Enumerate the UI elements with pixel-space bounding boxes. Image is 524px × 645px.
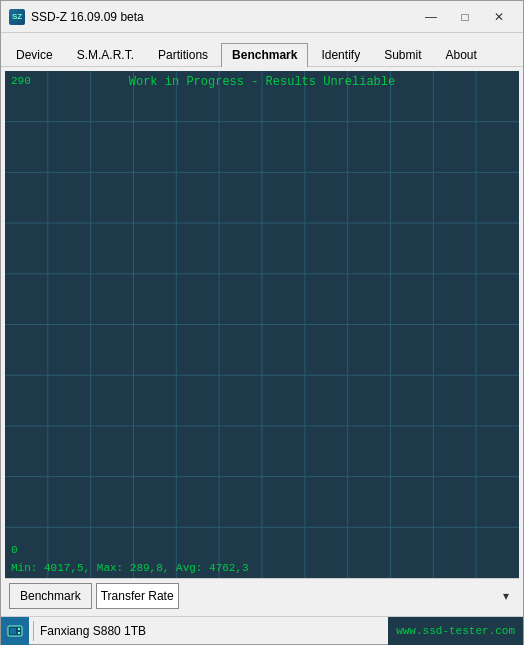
tab-benchmark[interactable]: Benchmark (221, 43, 308, 67)
chart-title: Work in Progress - Results Unreliable (5, 75, 519, 89)
svg-rect-22 (18, 628, 20, 630)
chart-y-min-label: 0 (11, 544, 18, 556)
metric-select[interactable]: Transfer Rate Access Time IOPS (96, 583, 179, 609)
drive-name: Fanxiang S880 1TB (38, 624, 388, 638)
status-app-icon (1, 617, 29, 645)
minimize-button[interactable]: — (415, 7, 447, 27)
ssd-icon (7, 623, 23, 639)
chart-area: 290 Work in Progress - Results Unreliabl… (5, 71, 519, 578)
chart-grid-svg (5, 71, 519, 578)
tab-submit[interactable]: Submit (373, 43, 432, 67)
svg-rect-21 (10, 628, 16, 634)
benchmark-button[interactable]: Benchmark (9, 583, 92, 609)
title-bar: SZ SSD-Z 16.09.09 beta — □ ✕ (1, 1, 523, 33)
app-window: SZ SSD-Z 16.09.09 beta — □ ✕ Device S.M.… (0, 0, 524, 645)
tab-device[interactable]: Device (5, 43, 64, 67)
bottom-controls: Benchmark Transfer Rate Access Time IOPS (5, 578, 519, 612)
window-controls: — □ ✕ (415, 7, 515, 27)
tab-bar: Device S.M.A.R.T. Partitions Benchmark I… (1, 33, 523, 67)
status-divider (33, 621, 34, 641)
svg-rect-23 (18, 632, 20, 634)
chart-stats: Min: 4017,5, Max: 289,8, Avg: 4762,3 (11, 562, 249, 574)
app-icon: SZ (9, 9, 25, 25)
window-title: SSD-Z 16.09.09 beta (31, 10, 415, 24)
tab-smart[interactable]: S.M.A.R.T. (66, 43, 145, 67)
metric-select-wrapper: Transfer Rate Access Time IOPS (96, 583, 515, 609)
website-label: www.ssd-tester.com (388, 617, 523, 645)
maximize-button[interactable]: □ (449, 7, 481, 27)
tab-about[interactable]: About (435, 43, 488, 67)
tab-identify[interactable]: Identify (310, 43, 371, 67)
tab-partitions[interactable]: Partitions (147, 43, 219, 67)
close-button[interactable]: ✕ (483, 7, 515, 27)
status-bar: Fanxiang S880 1TB www.ssd-tester.com (1, 616, 523, 644)
